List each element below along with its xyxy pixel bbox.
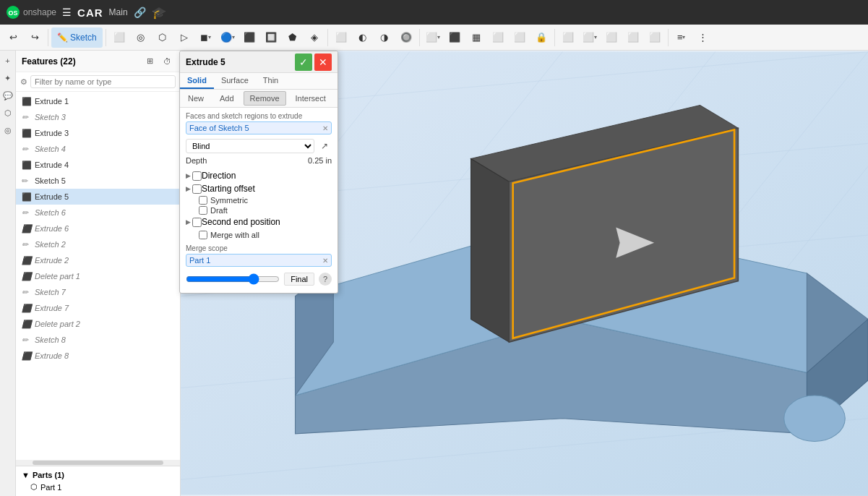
- parts-header[interactable]: ▼ Parts (1): [16, 469, 180, 481]
- tool-2[interactable]: ◎: [131, 27, 151, 48]
- main-tab[interactable]: Main: [109, 7, 128, 17]
- flip-direction-btn[interactable]: ↗: [317, 139, 332, 153]
- feature-item-delete-part-2[interactable]: ⬛Delete part 2: [16, 316, 180, 332]
- feature-item-delete-part-1[interactable]: ⬛Delete part 1: [16, 268, 180, 284]
- feature-item-extrude-1[interactable]: ⬛Extrude 1: [16, 93, 180, 109]
- tab-solid[interactable]: Solid: [180, 73, 214, 89]
- tool-1[interactable]: ⬜: [109, 27, 129, 48]
- feature-item-extrude-8[interactable]: ⬛Extrude 8: [16, 348, 180, 364]
- feature-item-extrude-2[interactable]: ⬛Extrude 2: [16, 252, 180, 268]
- help-button[interactable]: ?: [319, 273, 332, 286]
- feature-item-sketch-6[interactable]: ✏Sketch 6: [16, 205, 180, 221]
- type-select[interactable]: Blind: [186, 139, 314, 153]
- tool-6-dropdown[interactable]: 🔵▾: [218, 27, 238, 48]
- feature-item-extrude-6[interactable]: ⬛Extrude 6: [16, 221, 180, 236]
- second-end-checkbox[interactable]: [192, 218, 202, 227]
- final-button[interactable]: Final: [284, 273, 314, 286]
- tool-24[interactable]: ⬜: [623, 27, 643, 48]
- second-end-expand[interactable]: ▶: [186, 218, 191, 226]
- tool-26-dropdown[interactable]: ≡▾: [671, 27, 692, 48]
- tool-4[interactable]: ▷: [174, 27, 194, 48]
- merge-scope-remove[interactable]: ✕: [322, 257, 328, 265]
- op-remove[interactable]: Remove: [244, 91, 286, 106]
- starting-offset-checkbox[interactable]: [192, 184, 202, 194]
- tool-15-dropdown[interactable]: ⬜▾: [423, 27, 443, 48]
- undo-button[interactable]: ↩: [3, 27, 23, 48]
- merge-checkbox[interactable]: [199, 231, 207, 239]
- tool-20[interactable]: 🔒: [531, 27, 551, 48]
- toolbar-separator-6: [668, 29, 669, 46]
- face-chip-remove[interactable]: ✕: [322, 124, 328, 132]
- features-panel: Features (22) ⊞ ⏱ ⚙ ⬛Extrude 1✏Sketch 3⬛…: [16, 51, 181, 496]
- feature-item-sketch-7[interactable]: ✏Sketch 7: [16, 284, 180, 300]
- tool-9[interactable]: ⬟: [283, 27, 303, 48]
- direction-checkbox[interactable]: [192, 171, 202, 181]
- logo[interactable]: OS onshape: [6, 5, 56, 20]
- feature-item-sketch-2[interactable]: ✏Sketch 2: [16, 236, 180, 252]
- tab-surface[interactable]: Surface: [214, 73, 256, 89]
- draft-checkbox[interactable]: [199, 206, 207, 215]
- tool-23[interactable]: ⬜: [601, 27, 622, 48]
- tool-3[interactable]: ⬡: [152, 27, 173, 48]
- feature-item-extrude-3[interactable]: ⬛Extrude 3: [16, 125, 180, 141]
- feature-item-extrude-7[interactable]: ⬛Extrude 7: [16, 300, 180, 316]
- tool-14[interactable]: 🔘: [396, 27, 416, 48]
- symmetric-row: Symmetric: [186, 195, 332, 205]
- tool-21[interactable]: ⬜: [558, 27, 578, 48]
- features-add-btn[interactable]: ⊞: [142, 54, 157, 69]
- draft-row: Draft: [186, 205, 332, 215]
- sketch-button[interactable]: ✏️ Sketch: [51, 27, 103, 48]
- tool-17[interactable]: ▦: [466, 27, 486, 48]
- tool-11[interactable]: ⬜: [331, 27, 351, 48]
- link-icon[interactable]: 🔗: [134, 7, 146, 18]
- tool-7[interactable]: ⬛: [239, 27, 259, 48]
- sidebar-icon-1[interactable]: +: [1, 54, 15, 68]
- feature-item-sketch-4[interactable]: ✏Sketch 4: [16, 141, 180, 157]
- toolbar-separator-4: [419, 29, 420, 46]
- op-new[interactable]: New: [181, 91, 210, 106]
- tool-22-dropdown[interactable]: ⬜▾: [580, 27, 600, 48]
- tool-13[interactable]: ◑: [374, 27, 395, 48]
- filter-input[interactable]: [30, 75, 176, 88]
- features-history-btn[interactable]: ⏱: [160, 54, 174, 69]
- tool-10[interactable]: ◈: [304, 27, 325, 48]
- tool-5-dropdown[interactable]: ◼▾: [196, 27, 216, 48]
- feature-item-extrude-5[interactable]: ⬛Extrude 5: [16, 189, 180, 205]
- toolbar-separator-3: [327, 29, 328, 46]
- tool-12[interactable]: ◐: [353, 27, 373, 48]
- op-intersect[interactable]: Intersect: [289, 91, 332, 106]
- sidebar-icon-4[interactable]: ⬡: [1, 106, 15, 120]
- feature-name: Extrude 3: [35, 129, 69, 137]
- direction-expand[interactable]: ▶: [186, 172, 191, 179]
- dialog-cancel-button[interactable]: ✕: [314, 54, 332, 71]
- feature-item-extrude-4[interactable]: ⬛Extrude 4: [16, 157, 180, 173]
- main-area: + ✦ 💬 ⬡ ◎ Features (22) ⊞ ⏱ ⚙ ⬛Extrude 1…: [0, 51, 868, 496]
- grad-icon[interactable]: 🎓: [152, 6, 166, 20]
- sidebar-icon-2[interactable]: ✦: [1, 71, 15, 85]
- tab-thin[interactable]: Thin: [256, 73, 285, 89]
- tool-27[interactable]: ⋮: [693, 27, 713, 48]
- tool-8[interactable]: 🔲: [261, 27, 281, 48]
- feature-item-sketch-8[interactable]: ✏Sketch 8: [16, 332, 180, 348]
- feature-name: Sketch 3: [35, 113, 66, 121]
- svg-marker-20: [471, 159, 510, 343]
- tool-25[interactable]: ⬜: [645, 27, 665, 48]
- hamburger-icon[interactable]: ☰: [62, 7, 72, 18]
- starting-offset-expand[interactable]: ▶: [186, 185, 191, 192]
- tool-16[interactable]: ⬛: [444, 27, 465, 48]
- feature-item-sketch-3[interactable]: ✏Sketch 3: [16, 109, 180, 125]
- filter-row: ⚙: [16, 72, 180, 92]
- redo-button[interactable]: ↪: [25, 27, 45, 48]
- feature-name: Sketch 6: [35, 208, 66, 217]
- symmetric-checkbox[interactable]: [199, 196, 207, 205]
- op-add[interactable]: Add: [213, 91, 241, 106]
- tool-18[interactable]: ⬜: [488, 27, 508, 48]
- features-scrollbar[interactable]: [16, 460, 180, 466]
- part-1-item[interactable]: ⬡ Part 1: [16, 481, 180, 493]
- tool-19[interactable]: ⬜: [510, 27, 530, 48]
- sidebar-icon-5[interactable]: ◎: [1, 123, 15, 137]
- history-slider[interactable]: [186, 273, 280, 285]
- feature-item-sketch-5[interactable]: ✏Sketch 5: [16, 173, 180, 189]
- dialog-confirm-button[interactable]: ✓: [295, 54, 312, 71]
- sidebar-icon-3[interactable]: 💬: [1, 88, 15, 103]
